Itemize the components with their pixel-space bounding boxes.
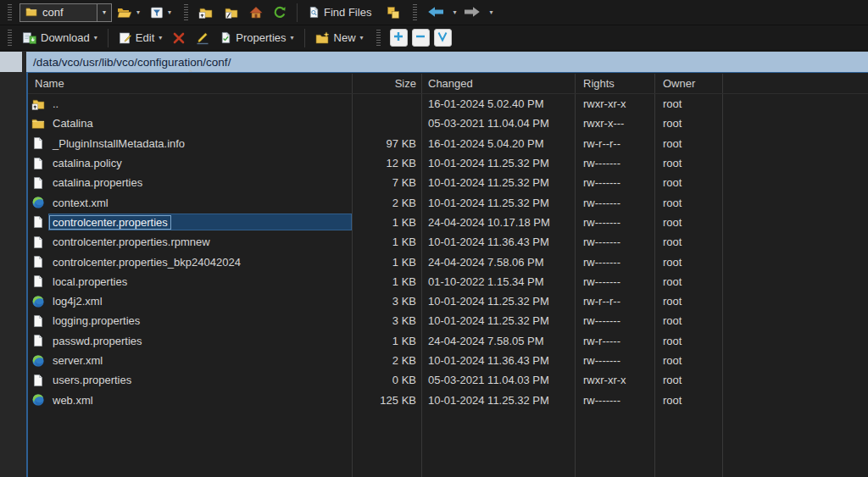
table-row[interactable]: Catalina05-03-2021 11.04.04 PMrwxr-x---r… [30,114,868,133]
home-directory-button[interactable] [244,2,268,24]
table-row[interactable]: context.xml2 KB10-01-2024 11.25.32 PMrw-… [30,192,868,212]
forward-button[interactable] [459,2,486,24]
rename-button[interactable] [191,27,214,49]
home-icon [249,6,263,19]
file-name: local.properties [49,275,131,289]
back-history-dropdown[interactable]: ▾ [449,2,459,24]
table-row[interactable]: ..16-01-2024 5.02.40 PMrwxr-xr-xroot [30,94,868,114]
unselect-files-button[interactable] [412,29,430,47]
file-rights: rw-r--r-- [575,137,654,150]
file-size: 1 KB [352,335,421,347]
file-owner: root [654,335,722,347]
toolbar-grip[interactable] [184,4,188,21]
table-row[interactable]: controlcenter.properties_bkp240420241 KB… [30,252,868,271]
file-rights: rw------- [575,236,654,248]
toolbar-grip[interactable] [8,30,12,47]
column-header-owner[interactable]: Owner [654,77,722,90]
synchronize-icon [387,6,400,19]
selection-filter-button[interactable] [434,29,452,47]
session-value: conf [42,6,64,19]
toolbar-grip[interactable] [413,4,417,21]
column-header-rights[interactable]: Rights [575,77,654,90]
back-button[interactable] [422,2,449,24]
file-changed: 10-01-2024 11.36.43 PM [421,354,575,367]
file-name: passwd.properties [49,334,146,348]
file-rights: rw------- [575,394,654,407]
table-row[interactable]: controlcenter.properties1 KB24-04-2024 1… [30,213,868,232]
file-rights: rw-r----- [575,335,654,347]
file-icon [31,157,45,170]
file-name: web.xml [49,393,97,408]
path-corner-button[interactable] [0,52,22,72]
table-row[interactable]: _PluginInstallMetadata.info97 KB16-01-20… [30,134,868,153]
table-row[interactable]: log4j2.xml3 KB10-01-2024 11.25.32 PMrw-r… [30,291,868,311]
open-folder-icon [117,6,132,19]
xml-icon [31,196,45,209]
file-rights: rw------- [575,216,654,229]
file-owner: root [654,394,722,407]
file-size: 1 KB [352,275,421,288]
file-owner: root [654,97,722,110]
table-row[interactable]: controlcenter.properties.rpmnew1 KB10-01… [30,232,868,252]
file-rights: rw------- [575,157,654,169]
xml-icon [31,393,45,407]
minus-icon [415,31,426,45]
open-session-button[interactable]: ▾ [112,2,145,24]
filter-button[interactable]: ▾ [145,2,176,24]
file-owner: root [654,314,722,327]
table-row[interactable]: catalina.policy12 KB10-01-2024 11.25.32 … [30,153,868,173]
table-row[interactable]: users.properties0 KB05-03-2021 11.04.03 … [30,370,868,390]
table-row[interactable]: catalina.properties7 KB10-01-2024 11.25.… [30,173,868,192]
folder-up-icon [31,97,45,111]
refresh-button[interactable] [268,2,292,24]
table-row[interactable]: logging.properties3 KB10-01-2024 11.25.3… [30,311,868,330]
file-owner: root [654,275,722,288]
find-files-label: Find Files [324,6,371,19]
file-icon [31,334,45,347]
edit-button[interactable]: Edit ▾ [114,27,167,49]
toolbar-grip[interactable] [376,30,381,47]
table-row[interactable]: local.properties1 KB01-10-2022 1.15.34 P… [30,272,868,291]
table-row[interactable]: passwd.properties1 KB24-04-2024 7.58.05 … [30,331,868,351]
column-header-changed[interactable]: Changed [421,77,575,90]
synchronize-browsing-button[interactable] [381,2,405,24]
file-name: context.xml [49,196,112,210]
file-rights: rw------- [575,314,654,327]
properties-button[interactable]: Properties ▾ [214,27,298,49]
table-row[interactable]: web.xml125 KB10-01-2024 11.25.32 PMrw---… [30,390,868,409]
table-row[interactable]: server.xml2 KB10-01-2024 11.36.43 PMrw--… [30,351,868,370]
toolbar-session-row: conf ▾ ▾ ▾ Fi [0,0,868,25]
new-button[interactable]: New ▾ [310,27,369,49]
file-size: 125 KB [352,394,421,407]
remote-file-panel: ˆ Name Size Changed Rights Owner ..16-01… [26,72,868,477]
root-directory-button[interactable] [219,2,244,24]
chevron-down-icon: ▾ [159,34,162,42]
delete-button[interactable] [167,27,191,49]
file-rights: rw------- [575,256,654,269]
current-path: /data/vco/usr/lib/vco/configuration/conf… [33,56,231,69]
find-files-button[interactable]: Find Files [303,2,376,24]
chevron-down-icon: ▾ [94,34,97,42]
session-selector[interactable]: conf ▾ [19,3,112,22]
file-size: 0 KB [352,374,421,386]
column-header-size[interactable]: Size [352,77,421,90]
file-name: controlcenter.properties_bkp24042024 [49,255,244,269]
file-changed: 10-01-2024 11.25.32 PM [421,176,575,189]
forward-history-dropdown[interactable]: ▾ [486,2,495,24]
chevron-down-icon[interactable]: ▾ [97,4,111,21]
toolbar-separator [304,29,305,47]
plus-icon [392,31,404,45]
file-owner: root [654,295,722,308]
file-size: 97 KB [352,137,421,150]
download-label: Download [41,31,90,44]
select-files-button[interactable] [390,29,408,47]
chevron-down-icon: ▾ [291,34,294,42]
download-button[interactable]: Download ▾ [17,27,103,49]
new-folder-icon [315,31,331,45]
path-bar[interactable]: /data/vco/usr/lib/vco/configuration/conf… [26,52,868,72]
file-changed: 10-01-2024 11.25.32 PM [421,295,575,308]
download-icon [22,31,37,45]
file-size: 12 KB [352,157,421,169]
parent-directory-button[interactable] [193,2,219,24]
toolbar-grip[interactable] [8,4,12,21]
